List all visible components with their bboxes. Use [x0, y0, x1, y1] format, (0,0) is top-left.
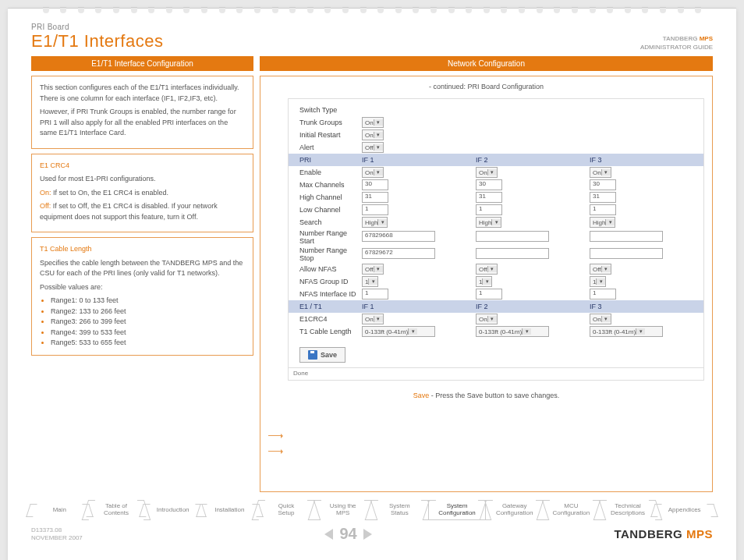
pager: 94 [324, 525, 371, 543]
dropdown[interactable]: On▾ [590, 167, 611, 178]
tab-table-of-contents[interactable]: Table ofContents [88, 500, 145, 520]
breadcrumb: PRI Board [31, 23, 163, 31]
text-input[interactable]: 30 [590, 179, 616, 190]
dropdown[interactable]: 0-133ft (0-41m)▾ [590, 326, 663, 337]
text-input[interactable] [590, 231, 663, 242]
spiral-binding [8, 7, 736, 16]
tab-introduction[interactable]: Introduction [144, 504, 201, 517]
dropdown[interactable]: 0-133ft (0-41m)▾ [476, 326, 549, 337]
text-input[interactable]: 1 [590, 204, 616, 215]
text-input[interactable]: 1 [476, 289, 502, 299]
section-bar-left: E1/T1 Interface Configuration [31, 56, 253, 71]
text-input[interactable]: 31 [476, 192, 502, 203]
dropdown[interactable]: 1▾ [362, 276, 378, 287]
text-input[interactable]: 30 [362, 179, 388, 190]
continued-label: - continued: PRI Board Configuration [268, 83, 704, 90]
callout-arrow-icon [268, 451, 282, 452]
text-input[interactable]: 31 [362, 192, 388, 203]
save-note: Save - Press the Save button to save cha… [268, 392, 704, 399]
next-page-icon[interactable] [363, 529, 372, 540]
tab-gateway-configuration[interactable]: GatewayConfiguration [486, 500, 543, 520]
header-brand: TANDBERG MPS ADMINISTRATOR GUIDE [640, 35, 713, 51]
tab-appendices[interactable]: Appendices [656, 504, 713, 517]
prev-page-icon[interactable] [324, 529, 333, 540]
dropdown[interactable]: High▾ [362, 217, 388, 228]
dropdown[interactable]: On▾ [362, 129, 384, 140]
text-input[interactable]: 1 [362, 289, 388, 299]
text-input[interactable]: 31 [590, 192, 616, 203]
text-input[interactable]: 1 [362, 204, 388, 215]
tab-installation[interactable]: Installation [201, 504, 258, 517]
dropdown[interactable]: 1▾ [590, 276, 606, 287]
dropdown[interactable]: On▾ [476, 314, 498, 324]
dropdown[interactable]: On▾ [362, 117, 384, 128]
tab-technical-descriptions[interactable]: TechnicalDescriptions [600, 500, 657, 520]
dropdown[interactable]: High▾ [590, 217, 615, 228]
tab-mcu-configuration[interactable]: MCUConfiguration [543, 500, 600, 520]
save-button[interactable]: Save [299, 347, 345, 363]
tab-using-the-mps[interactable]: Using theMPS [314, 500, 371, 520]
text-input[interactable]: 30 [476, 179, 502, 190]
text-input[interactable] [476, 231, 549, 242]
range-list: Range1: 0 to 133 feetRange2: 133 to 266 … [40, 296, 245, 349]
dropdown[interactable]: Off▾ [590, 264, 611, 275]
dropdown[interactable]: Off▾ [476, 264, 498, 275]
section-bar-right: Network Configuration [260, 56, 713, 71]
panel-intro: This section configures each of the E1/T… [31, 76, 253, 149]
brand-footer: TANDBERG MPS [614, 527, 713, 541]
dropdown[interactable]: Off▾ [362, 142, 384, 153]
tab-system-status[interactable]: SystemStatus [371, 500, 428, 520]
panel-t1cable: T1 Cable Length Specifies the cable leng… [31, 237, 253, 356]
callout-arrow-icon [268, 435, 282, 436]
dropdown[interactable]: On▾ [476, 167, 498, 178]
page-title: E1/T1 Interfaces [31, 31, 163, 51]
page-number: 94 [339, 525, 356, 543]
dropdown[interactable]: High▾ [476, 217, 501, 228]
save-disk-icon [308, 350, 317, 360]
dropdown[interactable]: 0-133ft (0-41m)▾ [362, 326, 435, 337]
tab-system-configuration[interactable]: SystemConfiguration [428, 500, 487, 521]
doc-id: D13373.08 NOVEMBER 2007 [31, 526, 83, 541]
text-input[interactable]: 1 [590, 289, 616, 299]
dropdown[interactable]: On▾ [362, 314, 384, 324]
status-done: Done [289, 367, 703, 380]
text-input[interactable]: 67829672 [362, 248, 435, 259]
network-config-panel: - continued: PRI Board Configuration Swi… [260, 76, 713, 492]
text-input[interactable] [476, 248, 549, 259]
tab-main[interactable]: Main [31, 504, 88, 517]
dropdown[interactable]: 1▾ [476, 276, 492, 287]
screenshot-form: Switch TypeTrunk GroupsOn▾Initial Restar… [288, 98, 704, 381]
text-input[interactable]: 67829668 [362, 231, 435, 242]
dropdown[interactable]: Off▾ [362, 264, 384, 275]
text-input[interactable]: 1 [476, 204, 502, 215]
bottom-tabs: MainTable ofContentsIntroductionInstalla… [8, 492, 736, 522]
tab-quick-setup[interactable]: QuickSetup [258, 500, 315, 520]
dropdown[interactable]: On▾ [362, 167, 384, 178]
dropdown[interactable]: On▾ [590, 314, 611, 324]
panel-e1crc4: E1 CRC4 Used for most E1-PRI configurati… [31, 154, 253, 233]
text-input[interactable] [590, 248, 663, 259]
